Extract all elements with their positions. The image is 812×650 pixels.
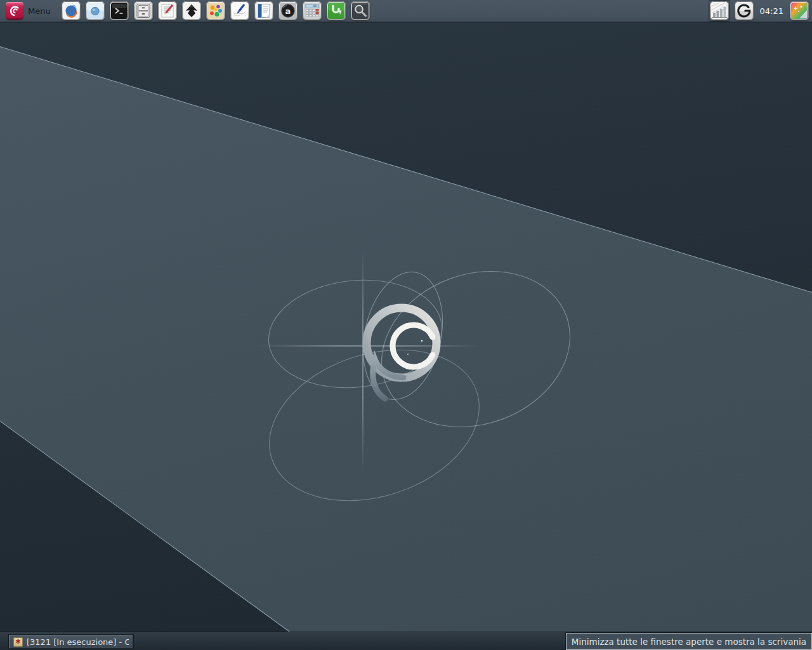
show-desktop-tooltip: Minimizza tutte le finestre aperte e mos… [566,633,812,650]
tooltip-text: Minimizza tutte le finestre aperte e mos… [572,637,806,647]
blue-globe-app-icon[interactable] [86,1,105,20]
firefox-browser-icon[interactable] [62,1,81,20]
inkscape-icon[interactable] [182,1,201,20]
desktop-wallpaper [0,23,812,632]
notes-editor-icon[interactable] [158,1,177,20]
debian-swirl-icon [6,2,23,20]
calculator-icon[interactable]: 88 [303,1,322,20]
paint-palette-icon[interactable] [206,1,225,20]
orbit-ellipse-bottom [254,324,499,514]
orbit-ellipse-left [263,272,447,396]
wallpaper-settings-button[interactable] [790,1,809,20]
bar-chart-icon [710,1,729,20]
pen-writer-icon[interactable] [230,1,249,20]
tan-asterisk-icon: ✱ [13,637,23,647]
task-window-button[interactable]: ✱ [3121 [In esecuzione] - Or… [9,635,133,649]
audio-player-icon[interactable]: a [278,1,298,20]
document-reader-icon[interactable] [254,1,273,20]
task-window-label: [3121 [In esecuzione] - Or… [27,637,129,647]
download-manager-icon[interactable] [327,1,346,20]
magnifier-search-icon[interactable] [351,1,370,20]
taskbar: ✱ [3121 [In esecuzione] - Or… Minimizza … [0,632,812,650]
clock: 04:21 [758,6,785,16]
debian-swirl-orbits-graphic [254,241,584,514]
logout-button[interactable] [735,1,754,20]
menu-button[interactable]: Menu [3,0,53,22]
file-manager-icon[interactable] [134,1,153,20]
terminal-icon[interactable] [110,1,129,20]
panel-right-cluster: 04:21 [709,0,809,22]
svg-text:88: 88 [313,4,317,8]
debian-swirl-logo [367,308,436,399]
svg-text:a: a [285,6,291,16]
top-panel: Menu [0,0,812,23]
system-monitor-button[interactable] [709,0,730,22]
menu-label: Menu [28,6,51,16]
launcher-bar: a 88 [62,1,370,20]
